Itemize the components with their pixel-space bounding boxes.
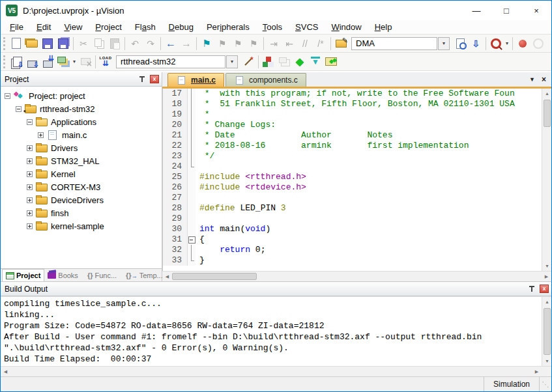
build-horizontal-scrollbar[interactable]: ◀ ▶: [1, 366, 551, 376]
toolbar-grip[interactable]: [3, 55, 5, 68]
panel-tab-books[interactable]: Books: [44, 269, 81, 281]
scroll-left-icon[interactable]: ◀: [1, 367, 10, 377]
scroll-down-icon[interactable]: ▼: [542, 356, 551, 366]
tree-item-stm32-hal[interactable]: STM32_HAL: [1, 154, 162, 167]
expand-plus-icon[interactable]: [27, 171, 33, 177]
expand-plus-icon[interactable]: [27, 145, 33, 151]
manage-rte-icon[interactable]: [261, 54, 276, 70]
tree-item-kernel-sample[interactable]: kernel-sample: [1, 219, 162, 232]
collapse-minus-icon[interactable]: [5, 93, 10, 99]
filter-windows-icon[interactable]: ▼: [308, 54, 323, 70]
build-icon[interactable]: [24, 54, 40, 70]
expand-plus-icon[interactable]: [27, 197, 33, 203]
minimize-button[interactable]: —: [461, 1, 491, 20]
menu-project[interactable]: Project: [89, 20, 128, 34]
scroll-left-icon[interactable]: ◀: [162, 272, 172, 282]
build-vertical-scrollbar[interactable]: ▲ ▼: [542, 297, 551, 366]
scroll-down-icon[interactable]: ▼: [542, 261, 551, 271]
search-box-value[interactable]: DMA: [351, 37, 437, 50]
tree-item-cortex-m3[interactable]: CORTEX-M3: [1, 180, 162, 193]
tab-close-icon[interactable]: ×: [542, 75, 546, 84]
search-in-files-icon[interactable]: [452, 36, 468, 51]
scroll-right-icon[interactable]: ▶: [542, 272, 551, 282]
code-editor[interactable]: 17 * with this program; if not, write to…: [163, 89, 542, 271]
tree-item-finsh[interactable]: finsh: [1, 206, 162, 219]
save-icon[interactable]: [40, 36, 55, 51]
fold-collapse-icon[interactable]: [188, 234, 196, 245]
project-panel-close-button[interactable]: x: [150, 75, 159, 83]
find-in-files-icon[interactable]: [333, 36, 349, 51]
pin-icon[interactable]: [528, 285, 536, 293]
save-all-icon[interactable]: [55, 36, 71, 51]
new-file-icon[interactable]: [8, 36, 24, 51]
menu-window[interactable]: Window: [325, 20, 368, 34]
tree-item-applications[interactable]: Applications: [1, 115, 162, 128]
code-token: * Change Logs:: [199, 120, 276, 130]
translate-file-icon[interactable]: [8, 54, 24, 70]
scroll-up-icon[interactable]: ▲: [542, 297, 551, 307]
toolbar-grip[interactable]: [3, 37, 5, 50]
navigate-back-icon[interactable]: ←: [163, 36, 179, 51]
build-log-line: compiling timeslice_sample.c...: [1, 298, 542, 309]
expand-plus-icon[interactable]: [38, 132, 44, 138]
menu-view[interactable]: View: [57, 20, 89, 34]
panel-tab-temp[interactable]: {}Temp...: [123, 269, 166, 281]
scroll-right-icon[interactable]: ▶: [532, 367, 542, 377]
expand-plus-icon[interactable]: [27, 210, 33, 216]
scroll-up-icon[interactable]: ▲: [542, 89, 551, 98]
toggle-breakpoint-icon[interactable]: [515, 36, 530, 51]
expand-plus-icon[interactable]: [27, 158, 33, 164]
menu-flash[interactable]: Flash: [128, 20, 162, 34]
dropdown-caret-icon[interactable]: ▾: [71, 59, 78, 64]
tree-item-rtthread-stm32[interactable]: *rtthread-stm32: [1, 102, 162, 115]
open-file-icon[interactable]: [24, 36, 40, 51]
incremental-find-icon[interactable]: ⇩: [468, 36, 484, 51]
maximize-button[interactable]: □: [491, 1, 521, 20]
menu-file[interactable]: File: [3, 20, 30, 34]
resize-grip-icon[interactable]: ⋱: [540, 377, 551, 391]
close-button[interactable]: ×: [521, 1, 551, 20]
menu-debug[interactable]: Debug: [162, 20, 200, 34]
tree-item-main-c[interactable]: main.c: [1, 128, 162, 141]
editor-tab-main-c[interactable]: main.c: [167, 73, 224, 87]
panel-tab-project[interactable]: Project: [2, 269, 44, 281]
batch-build-icon[interactable]: [55, 54, 71, 70]
menu-edit[interactable]: Edit: [30, 20, 57, 34]
download-icon[interactable]: LOAD⇊: [98, 54, 113, 70]
editor-horizontal-scrollbar[interactable]: ◀ ▶: [162, 271, 551, 281]
collapse-minus-icon[interactable]: [27, 119, 33, 125]
editor-hscroll-thumb[interactable]: [172, 273, 257, 280]
target-select-dropdown-button[interactable]: ▾: [226, 55, 238, 68]
tree-item-kernel[interactable]: Kernel: [1, 167, 162, 180]
editor-tab-components-c[interactable]: components.c: [225, 73, 306, 87]
collapse-minus-icon[interactable]: [16, 106, 22, 112]
code-coverage-icon[interactable]: [488, 36, 504, 51]
configure-target-icon[interactable]: [323, 54, 339, 70]
expand-plus-icon[interactable]: [27, 223, 33, 229]
menu-help[interactable]: Help: [368, 20, 399, 34]
title-bar: V5 D:\project.uvprojx - µVision —□×: [1, 1, 551, 20]
search-box-dropdown-button[interactable]: ▾: [438, 37, 450, 50]
pin-icon[interactable]: [138, 76, 146, 83]
rebuild-icon[interactable]: [40, 54, 55, 70]
build-vscroll-thumb[interactable]: [544, 308, 551, 355]
menu-svcs[interactable]: SVCS: [289, 20, 325, 34]
tree-item-label: DeviceDrivers: [51, 195, 104, 205]
dropdown-caret-icon[interactable]: ▾: [504, 40, 510, 46]
function-editor-icon[interactable]: ◆: [292, 54, 308, 70]
menu-peripherals[interactable]: Peripherals: [200, 20, 256, 34]
editor-vscroll-thumb[interactable]: [544, 100, 551, 127]
options-for-target-icon[interactable]: [240, 54, 256, 70]
build-output-close-button[interactable]: x: [540, 285, 549, 293]
target-select-value[interactable]: rtthread-stm32: [116, 55, 225, 68]
expand-plus-icon[interactable]: [27, 184, 33, 190]
folder-icon: [36, 208, 48, 217]
panel-tab-func[interactable]: {}Func...: [84, 269, 120, 281]
insert-bookmark-icon[interactable]: ⚑: [199, 36, 214, 51]
tree-item-devicedrivers[interactable]: DeviceDrivers: [1, 193, 162, 206]
menu-tools[interactable]: Tools: [256, 20, 289, 34]
tree-item-drivers[interactable]: Drivers: [1, 141, 162, 154]
editor-vertical-scrollbar[interactable]: ▲ ▼: [542, 89, 551, 271]
tab-list-dropdown-icon[interactable]: ▼: [529, 76, 535, 83]
tree-item-project-project[interactable]: Project: project: [1, 89, 162, 102]
